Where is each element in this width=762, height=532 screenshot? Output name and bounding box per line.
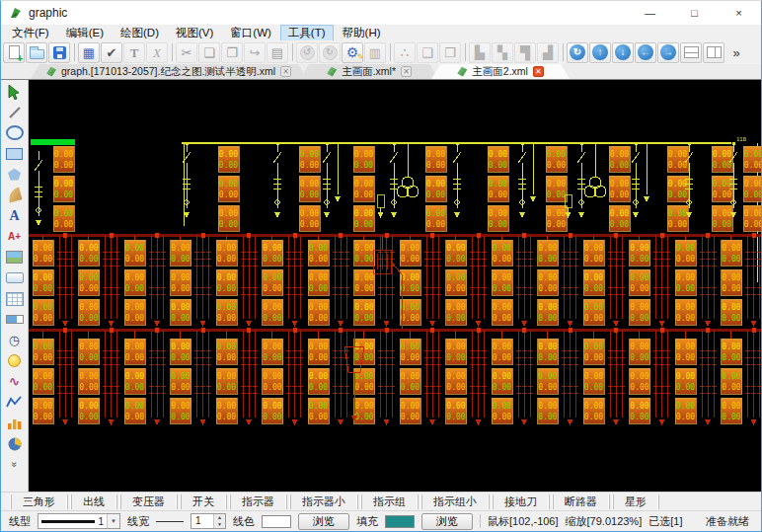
more-tools[interactable] <box>3 454 27 475</box>
shape-tab-grounding-knife[interactable]: 接地刀 <box>492 494 550 509</box>
fill-browse-button[interactable]: 浏览 <box>421 513 473 530</box>
curve-chart-tool[interactable] <box>3 371 27 392</box>
svg-text:0.00: 0.00 <box>722 284 740 293</box>
tab-close-button[interactable]: ✕ <box>401 66 412 77</box>
line-tool[interactable] <box>3 102 27 122</box>
shape-tab-indicator-small[interactable]: 指示器小 <box>289 494 358 509</box>
zoom-level: 缩放[79.0123%] <box>566 514 643 529</box>
copy-button[interactable]: ❏ <box>198 42 220 63</box>
shape-tab-indicator-group[interactable]: 指示组 <box>360 494 419 509</box>
tab-close-button[interactable]: ✕ <box>280 66 291 77</box>
spin-down-button[interactable]: ▼ <box>214 521 225 528</box>
fill-color-swatch[interactable] <box>385 515 415 528</box>
ellipse-tool[interactable] <box>3 122 27 143</box>
bulb-widget-tool[interactable] <box>3 350 27 371</box>
snap-check-button[interactable]: ✔ <box>101 42 122 63</box>
tab-main-screen-xml[interactable]: 主画面.xml*✕ <box>300 64 438 79</box>
menu-item-edit[interactable]: 编辑(E) <box>59 26 111 40</box>
minimize-button[interactable]: — <box>628 1 672 25</box>
db-table-button[interactable]: ▤ <box>267 42 288 63</box>
stats-button[interactable]: ▟ <box>537 42 559 63</box>
settings-button[interactable]: ⚙ <box>342 42 363 63</box>
text-plus-tool[interactable] <box>3 226 27 247</box>
menu-item-tools[interactable]: 工具(T) <box>281 26 333 40</box>
line-chart-tool[interactable] <box>3 392 27 413</box>
svg-text:0.00: 0.00 <box>171 255 190 264</box>
shape-tab-triangle[interactable]: 三角形 <box>10 494 68 509</box>
grid-toggle-button[interactable]: ▦ <box>78 42 100 63</box>
move-right-button[interactable]: → <box>657 42 679 63</box>
close-button[interactable]: × <box>717 1 761 25</box>
menu-item-file[interactable]: 文件(F) <box>5 26 56 40</box>
snap-check-icon: ✔ <box>107 46 117 59</box>
cut-button[interactable]: ✂ <box>176 42 197 63</box>
svg-text:0.00: 0.00 <box>34 244 52 253</box>
new-file-button[interactable] <box>3 42 25 63</box>
shape-tab-indicator[interactable]: 指示器 <box>229 494 287 509</box>
split-vertical-button[interactable] <box>703 42 724 63</box>
line-chart-tool-icon <box>6 396 23 409</box>
move-left-button[interactable]: ← <box>635 42 656 63</box>
spin-up-button[interactable]: ▲ <box>214 514 225 521</box>
undo-button[interactable]: ↺ <box>296 42 318 63</box>
shape-tab-indicator-group-small[interactable]: 指示组小 <box>420 494 490 509</box>
svg-text:0.00: 0.00 <box>263 255 281 264</box>
italic-tool-button[interactable]: X <box>146 42 168 63</box>
line-type-combobox[interactable]: 1 ▼ <box>38 513 120 529</box>
open-file-button[interactable] <box>26 42 47 63</box>
import-button[interactable]: ↪ <box>244 42 266 63</box>
button-widget-tool[interactable] <box>3 267 27 288</box>
align-middle-button[interactable]: ▚ <box>492 42 513 63</box>
split-horizontal-button[interactable] <box>680 42 702 63</box>
svg-text:0.00: 0.00 <box>744 150 761 159</box>
send-back-button[interactable]: ❒ <box>439 42 461 63</box>
text-tool-button[interactable]: T <box>123 42 145 63</box>
shape-tab-transformer[interactable]: 变压器 <box>119 494 178 509</box>
table-widget-tool[interactable] <box>3 288 27 309</box>
move-up-button[interactable]: ↑ <box>589 42 611 63</box>
hierarchy-button[interactable]: ∴ <box>394 42 416 63</box>
progress-widget-tool[interactable] <box>3 309 27 330</box>
clock-widget-tool[interactable] <box>3 330 27 350</box>
shape-tab-outgoing-line[interactable]: 出线 <box>70 494 117 509</box>
rectangle-tool[interactable] <box>3 143 27 164</box>
app-logo-icon <box>9 6 23 20</box>
menu-item-help[interactable]: 帮助(H) <box>336 26 388 40</box>
bring-front-button[interactable]: ❑ <box>417 42 438 63</box>
refresh-button[interactable]: ↻ <box>567 42 588 63</box>
shape-tab-star[interactable]: 星形 <box>612 494 659 509</box>
tab-main-screen2-xml[interactable]: 主画面2.xml✕ <box>431 64 570 79</box>
toolbar-overflow-button[interactable]: » <box>725 42 747 63</box>
tab-close-button[interactable]: ✕ <box>533 66 544 77</box>
select-tool[interactable] <box>3 81 27 102</box>
svg-text:0.00: 0.00 <box>217 244 236 253</box>
maximize-button[interactable]: □ <box>672 1 717 25</box>
bar-chart-tool[interactable] <box>3 413 27 433</box>
tab-graph-xml[interactable]: graph.[171013-2057].纪念之图.测试半透明.xml✕ <box>31 64 307 79</box>
align-right-button[interactable]: ▜ <box>514 42 536 63</box>
drawing-canvas[interactable]: 11B0.000.000.000.000.000.000.000.000.000… <box>29 80 761 492</box>
arc-tool[interactable] <box>3 185 27 205</box>
menu-item-draw[interactable]: 绘图(D) <box>114 26 166 40</box>
menu-item-window[interactable]: 窗口(W) <box>223 26 278 40</box>
save-all-button[interactable]: ▥ <box>364 42 386 63</box>
paste-button[interactable]: ❐ <box>221 42 243 63</box>
save-file-button[interactable] <box>48 42 70 63</box>
pie-chart-tool[interactable] <box>3 433 27 454</box>
move-down-button[interactable]: ↓ <box>612 42 634 63</box>
shape-tab-switch[interactable]: 开关 <box>180 494 227 509</box>
line-width-spinbox[interactable]: 1 ▲ ▼ <box>190 513 226 529</box>
shape-tab-circuit-breaker[interactable]: 断路器 <box>552 494 610 509</box>
svg-text:0.00: 0.00 <box>744 161 761 170</box>
menu-item-view[interactable]: 视图(V) <box>169 26 220 40</box>
line-color-swatch[interactable] <box>262 515 291 528</box>
line-color-browse-button[interactable]: 浏览 <box>298 513 349 530</box>
svg-text:0.00: 0.00 <box>217 255 236 264</box>
image-tool[interactable] <box>3 247 27 267</box>
combo-dropdown-icon[interactable]: ▼ <box>107 514 119 528</box>
align-left-button[interactable]: ▙ <box>469 42 491 63</box>
text-tool[interactable] <box>3 205 27 226</box>
polygon-tool[interactable] <box>3 164 27 185</box>
svg-text:0.00: 0.00 <box>630 353 648 362</box>
redo-button[interactable]: ↻ <box>319 42 341 63</box>
